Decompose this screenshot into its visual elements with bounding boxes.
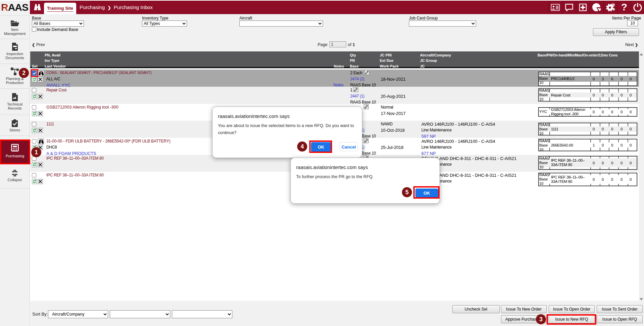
svg-text:?: ? xyxy=(621,2,627,12)
